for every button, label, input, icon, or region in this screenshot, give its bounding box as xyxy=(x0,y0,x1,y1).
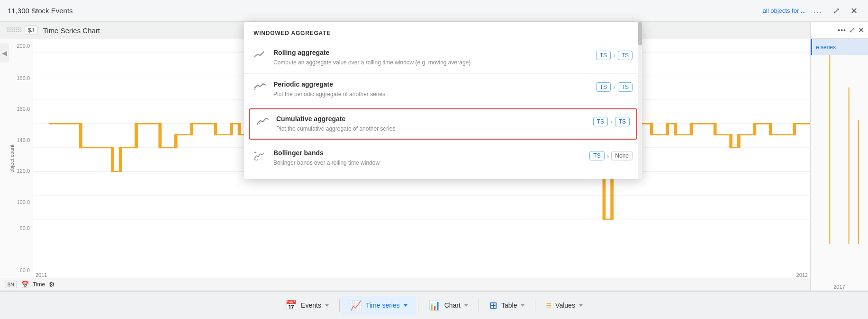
bollinger-arrow: › xyxy=(607,152,609,160)
chart-footer: $N 📅 Time ⚙ xyxy=(0,278,810,291)
periodic-agg-text: Periodic aggregate Plot the periodic agg… xyxy=(273,80,589,98)
bollinger-bands-item[interactable]: Bollinger bands Bollinger bands over a r… xyxy=(244,142,642,174)
y-axis: object count 200.0 180.0 160.0 140.0 120… xyxy=(0,39,33,278)
footer-badge-n: $N xyxy=(5,281,17,288)
panel-controls: all objects for ... ... ⤢ ✕ xyxy=(763,4,860,18)
panel-close-button[interactable]: ✕ xyxy=(858,26,864,35)
right-panel-controls: ••• ⤢ ✕ xyxy=(811,22,868,39)
rolling-agg-icon xyxy=(253,49,267,61)
toolbar-timeseries-button[interactable]: 📈 Time series xyxy=(342,296,416,315)
svg-line-12 xyxy=(254,152,256,153)
toolbar-divider-3 xyxy=(479,299,479,312)
chart-icon: 📊 xyxy=(429,300,441,311)
all-objects-link[interactable]: all objects for ... xyxy=(763,7,806,14)
bollinger-icon xyxy=(253,149,267,162)
periodic-badge-ts2: TS xyxy=(618,82,633,92)
cumulative-agg-desc: Plot the cumulative aggregate of another… xyxy=(276,124,587,133)
calendar-icon: 📅 xyxy=(21,281,29,288)
right-panel: ••• ⤢ ✕ e series 2017 xyxy=(810,22,868,291)
y-tick-200: 200.0 xyxy=(17,43,30,49)
top-bar: 11,300 Stock Events all objects for ... … xyxy=(0,0,868,22)
close-button[interactable]: ✕ xyxy=(848,4,860,18)
bollinger-name: Bollinger bands xyxy=(273,149,583,157)
bollinger-badge-none: None xyxy=(611,151,633,160)
rolling-agg-badges: TS › TS xyxy=(596,51,633,60)
series-label: e series xyxy=(816,44,836,51)
drag-handle-icon: ⠿⠿⠿⠿ xyxy=(6,27,21,34)
table-label: Table xyxy=(501,301,517,309)
periodic-arrow: › xyxy=(613,83,615,91)
cumulative-badge-ts1: TS xyxy=(593,117,608,126)
stock-events-title: 11,300 Stock Events xyxy=(8,7,73,15)
x-axis-labels: 2011 2012 xyxy=(33,272,810,278)
panel-expand-button[interactable]: ⤢ xyxy=(849,26,855,35)
rolling-agg-desc: Compute an aggregate value over a rollin… xyxy=(273,58,589,67)
dropdown-scrollbar-thumb xyxy=(638,22,642,45)
cumulative-agg-icon xyxy=(256,115,270,127)
y-axis-label: object count xyxy=(9,144,15,172)
left-collapse-button[interactable]: ◀ xyxy=(0,44,9,62)
x-tick-2012: 2012 xyxy=(796,272,808,278)
bollinger-desc: Bollinger bands over a rolling time wind… xyxy=(273,159,583,167)
toolbar-chart-button[interactable]: 📊 Chart xyxy=(420,296,477,315)
values-caret xyxy=(579,304,583,307)
right-panel-chart xyxy=(811,55,868,276)
footer-time-label: Time xyxy=(33,281,45,288)
rolling-arrow: › xyxy=(613,52,615,59)
y-tick-60: 60.0 xyxy=(20,267,30,273)
y-tick-80: 80.0 xyxy=(20,225,30,231)
cumulative-agg-name: Cumulative aggregate xyxy=(276,115,587,123)
periodic-agg-desc: Plot the periodic aggregate of another s… xyxy=(273,90,589,98)
toolbar-events-button[interactable]: 📅 Events xyxy=(277,296,337,315)
timeseries-icon: 📈 xyxy=(350,300,362,311)
chart-title: Time Series Chart xyxy=(43,27,100,35)
gear-icon[interactable]: ⚙ xyxy=(49,281,55,288)
dropdown-scrollbar[interactable] xyxy=(638,22,642,179)
right-panel-series-item[interactable]: e series xyxy=(811,39,868,55)
y-tick-100: 100.0 xyxy=(17,199,30,205)
chart-badge: $J xyxy=(25,26,37,35)
timeseries-caret xyxy=(404,304,407,307)
periodic-badge-ts1: TS xyxy=(596,82,611,92)
periodic-agg-name: Periodic aggregate xyxy=(273,80,589,88)
toolbar-values-button[interactable]: ≡ Values xyxy=(537,296,591,315)
bollinger-badge-ts: TS xyxy=(589,151,604,160)
y-tick-160: 160.0 xyxy=(17,106,30,112)
toolbar-divider-1 xyxy=(339,299,340,312)
dropdown-title: WINDOWED AGGREGATE xyxy=(253,30,331,36)
events-label: Events xyxy=(301,301,321,309)
y-tick-120: 120.0 xyxy=(17,168,30,174)
chart-caret xyxy=(464,304,468,307)
panel-more-button[interactable]: ••• xyxy=(838,26,846,35)
y-tick-180: 180.0 xyxy=(17,75,30,81)
rolling-badge-ts1: TS xyxy=(596,51,611,60)
cumulative-aggregate-item[interactable]: Cumulative aggregate Plot the cumulative… xyxy=(249,108,637,140)
toolbar-divider-4 xyxy=(535,299,535,312)
bollinger-badges: TS › None xyxy=(589,151,633,160)
windowed-aggregate-dropdown: WINDOWED AGGREGATE Rolling aggregate Com… xyxy=(244,22,642,179)
cumulative-agg-badges: TS › TS xyxy=(593,117,630,126)
rolling-agg-text: Rolling aggregate Compute an aggregate v… xyxy=(273,49,589,67)
bottom-toolbar: 📅 Events 📈 Time series 📊 Chart ⊞ Table xyxy=(0,291,868,319)
y-tick-140: 140.0 xyxy=(17,137,30,143)
cumulative-badge-ts2: TS xyxy=(615,117,630,126)
periodic-agg-badges: TS › TS xyxy=(596,82,633,92)
right-x-tick-2017: 2017 xyxy=(811,284,868,290)
events-icon: 📅 xyxy=(285,300,297,311)
more-button[interactable]: ... xyxy=(811,5,825,17)
toolbar-table-button[interactable]: ⊞ Table xyxy=(481,296,533,315)
expand-button[interactable]: ⤢ xyxy=(830,4,843,18)
rolling-aggregate-item[interactable]: Rolling aggregate Compute an aggregate v… xyxy=(244,42,642,74)
bollinger-text: Bollinger bands Bollinger bands over a r… xyxy=(273,149,583,167)
cumulative-agg-text: Cumulative aggregate Plot the cumulative… xyxy=(276,115,587,133)
periodic-agg-icon xyxy=(253,80,267,93)
rolling-agg-name: Rolling aggregate xyxy=(273,49,589,56)
values-icon: ≡ xyxy=(546,300,552,311)
chart-label: Chart xyxy=(444,301,461,309)
periodic-aggregate-item[interactable]: Periodic aggregate Plot the periodic agg… xyxy=(244,74,642,106)
dropdown-header: WINDOWED AGGREGATE xyxy=(244,22,642,42)
table-icon: ⊞ xyxy=(489,300,497,311)
rolling-badge-ts2: TS xyxy=(618,51,633,60)
table-caret xyxy=(521,304,524,307)
events-caret xyxy=(325,304,329,307)
